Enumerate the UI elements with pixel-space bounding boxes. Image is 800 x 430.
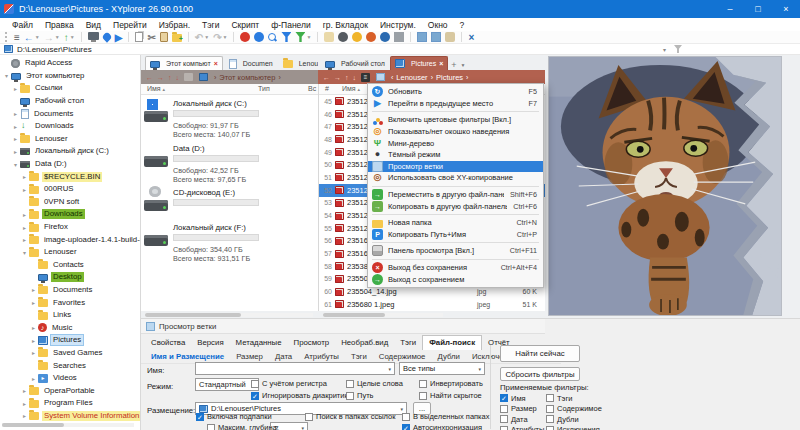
expand-icon[interactable]: ▾ — [20, 249, 29, 256]
menu-item-перейти-в-предыдущее-место[interactable]: ▶Перейти в предыдущее местоF7 — [368, 98, 543, 110]
menu-перейти[interactable]: Перейти — [107, 20, 153, 30]
location-pin-icon[interactable] — [103, 33, 111, 41]
tree-item-этот-компьютер[interactable]: ▾Этот компьютер — [0, 70, 140, 83]
tab-этот-компьют[interactable]: Этот компьют× — [145, 56, 223, 70]
expand-icon[interactable]: ▸ — [29, 286, 38, 293]
zoom-circle-icon[interactable] — [254, 32, 264, 42]
goto-flag-icon[interactable]: ▶ — [115, 32, 123, 43]
filter-дата[interactable]: Дата — [500, 414, 546, 425]
expand-icon[interactable]: ▸ — [20, 387, 29, 394]
tree-item-image-uploader-1-4-1-build-521[interactable]: ▸image-uploader-1.4.1-build-521! — [0, 233, 140, 246]
tab-свойства[interactable]: Свойства — [145, 336, 191, 350]
show-desktop-icon[interactable] — [88, 34, 99, 40]
menu-item-показывать-нет-окошко-наведения[interactable]: ◎Показывать/нет окошко наведения — [368, 126, 543, 138]
tab-close-icon[interactable]: × — [439, 60, 443, 67]
drive-item-data-d[interactable]: Data (D:)Свободно: 42,52 ГБВсего места: … — [141, 144, 317, 188]
branch-view-bar[interactable]: Просмотр ветки — [141, 319, 545, 334]
tab-метаданные[interactable]: Метаданные — [230, 336, 288, 350]
menu-правка[interactable]: Правка — [39, 20, 80, 30]
filter-содержимое[interactable]: Содержимое — [546, 404, 602, 415]
column-name-left[interactable]: Имя ▴ — [147, 85, 165, 92]
tree-item-desktop[interactable]: Desktop — [0, 271, 140, 284]
menu-item-включить-цветовые-фильтры-вкл[interactable]: Включить цветовые фильтры [Вкл.] — [368, 114, 543, 126]
menu-toggle-icon[interactable]: ≡ — [14, 32, 20, 43]
tree-item-documents[interactable]: ▸Documents — [0, 284, 140, 297]
tree-item-локальный-диск-c[interactable]: ▸Локальный диск (C:) — [0, 145, 140, 158]
tree-item-program-files[interactable]: ▸Program Files — [0, 397, 140, 410]
menu-скрипт[interactable]: Скрипт — [225, 20, 265, 30]
expand-icon[interactable]: ▸ — [29, 349, 38, 356]
pane-icon[interactable] — [184, 73, 193, 81]
tab-рабочий-стол[interactable]: Рабочий стол — [320, 56, 390, 70]
tree-item-lenouser[interactable]: ▾Lenouser — [0, 246, 140, 259]
tools-icon[interactable]: × — [468, 32, 474, 43]
tab-необраб-вид[interactable]: Необраб.вид — [335, 336, 394, 350]
tree-item-ссылки[interactable]: ▸Ссылки — [0, 82, 140, 95]
subtab-атрибуты[interactable]: Атрибуты — [298, 352, 345, 361]
subtab-размер[interactable]: Размер — [230, 352, 269, 361]
checkbox-maxdepth[interactable]: Максим. глубина: — [207, 423, 279, 430]
column-free-left[interactable]: Вс — [308, 85, 316, 92]
checkbox-autosync[interactable]: ✓Автосинхронизация — [402, 423, 482, 430]
menu-item-мини-дерево[interactable]: ΨМини-дерево — [368, 137, 543, 149]
tab-версия[interactable]: Версия — [191, 336, 229, 350]
left-breadcrumb[interactable]: ←→↑↓›Этот компьютер› — [141, 70, 318, 84]
new-tab-button[interactable]: + — [448, 60, 459, 70]
tab-list-icon[interactable]: ▼ — [460, 62, 469, 70]
filter-blue-icon[interactable] — [281, 32, 291, 42]
forward-icon[interactable]: →▼ — [44, 32, 60, 43]
expand-icon[interactable]: ▸ — [20, 211, 29, 218]
minimize-button[interactable]: – — [716, 0, 744, 18]
up-icon[interactable]: ↑▼ — [64, 32, 75, 43]
menu-item-переместить-в-другую-файл-панель[interactable]: →Переместить в другую файл-панельShift+F… — [368, 189, 543, 201]
menu-ф-панели[interactable]: ф-Панели — [265, 20, 317, 30]
menu-item-копировать-путь-имя[interactable]: PКопировать Путь+ИмяCtrl+P — [368, 229, 543, 241]
close-button[interactable]: × — [772, 0, 800, 18]
subtab-содержимое[interactable]: Содержимое — [373, 352, 432, 361]
new-folder-icon[interactable] — [172, 32, 182, 42]
subtab-тэги[interactable]: Тэги — [345, 352, 373, 361]
tree-item-data-d[interactable]: ▾Data (D:) — [0, 158, 140, 171]
address-dropdown-icon[interactable]: ▾ — [663, 46, 666, 53]
menu-окно[interactable]: Окно — [422, 20, 454, 30]
checkbox-subfolders[interactable]: ✓Включая подпапки — [196, 412, 272, 421]
menu-вид[interactable]: Вид — [80, 20, 107, 30]
xy-copy-icon[interactable] — [240, 32, 250, 42]
expand-icon[interactable]: ▸ — [29, 337, 38, 344]
expand-icon[interactable]: ▸ — [20, 400, 29, 407]
column-view-icon[interactable] — [445, 32, 455, 42]
hamburger-icon[interactable]: ≡ — [361, 73, 370, 82]
dual-pane-icon[interactable] — [417, 32, 427, 42]
sphere-icon[interactable] — [366, 32, 376, 42]
subtab-дата[interactable]: Дата — [269, 352, 298, 361]
toolbar-grip[interactable] — [5, 32, 8, 42]
breadcrumb-lenouser[interactable]: Lenouser — [396, 73, 427, 82]
redo-icon[interactable]: ↷▼ — [213, 32, 227, 43]
breadcrumb-pictures[interactable]: Pictures — [436, 73, 463, 82]
column-num-right[interactable]: # — [325, 85, 329, 92]
checkbox-hidden[interactable]: Найти скрытое — [419, 391, 482, 400]
reset-filters-button[interactable]: Сбросить фильтры — [500, 367, 580, 381]
expand-icon[interactable]: ▾ — [11, 161, 20, 168]
tree-item-links[interactable]: Links — [0, 309, 140, 322]
menu-item-обновить[interactable]: ↻ОбновитьF5 — [368, 86, 543, 98]
right-breadcrumb[interactable]: ←→↑↓≡‹Lenouser›Pictures› — [318, 70, 545, 84]
maximize-button[interactable]: □ — [744, 0, 772, 18]
cut-icon[interactable]: ✂ — [147, 32, 155, 43]
mode-select[interactable]: Стандартный▾ — [195, 378, 259, 391]
menu-item-выход-с-сохранением[interactable]: →Выход с сохранением — [368, 273, 543, 285]
expand-icon[interactable]: ▸ — [20, 412, 29, 419]
nav-arrow-icon[interactable]: ← — [146, 74, 153, 81]
menu-[interactable]: ? — [454, 20, 471, 30]
tree-item-saved-games[interactable]: ▸Saved Games — [0, 347, 140, 360]
menu-item-выход-без-сохранения[interactable]: ×Выход без сохраненияCtrl+Alt+F4 — [368, 262, 543, 274]
checkbox-seldirs[interactable]: В выделенных папках — [402, 412, 489, 421]
menu-гр-вкладок[interactable]: гр. Вкладок — [317, 20, 374, 30]
drive-item-локальный-диск-c[interactable]: Локальный диск (C:)Свободно: 91,97 ГБВсе… — [141, 99, 317, 143]
expand-icon[interactable]: ▸ — [29, 375, 38, 382]
checkbox-path[interactable]: Путь — [346, 391, 373, 400]
tab-просмотр[interactable]: Просмотр — [288, 336, 336, 350]
name-input[interactable]: ▾ — [195, 362, 395, 375]
pane-divider[interactable] — [318, 84, 319, 311]
tab-тэги[interactable]: Тэги — [394, 336, 422, 350]
